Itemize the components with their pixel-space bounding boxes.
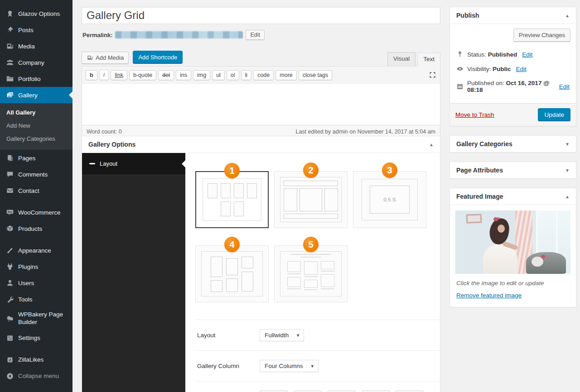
status-label: Status: [467,51,486,58]
tab-layout[interactable]: Layout [82,153,185,174]
qt-bold-button[interactable]: b [86,70,97,80]
update-button[interactable]: Update [538,108,570,121]
sidebar-item-label: Products [18,225,42,232]
qt-italic-button[interactable]: i [99,70,109,80]
sidebar-item-label: Media [18,43,35,50]
publish-metabox: Publish ▲ Preview Changes Status: Publis… [450,7,576,126]
qt-code-button[interactable]: code [253,70,274,80]
editor-textarea[interactable] [82,83,440,125]
permalink-edit-button[interactable]: Edit [246,30,265,40]
sidebar-item-label: Portfolio [18,76,41,82]
edit-page-sidebar: Publish ▲ Preview Changes Status: Publis… [450,7,576,316]
permalink-row: Permalink: Edit [82,29,440,41]
layout-field-label: Layout [197,332,260,339]
column-field-label: Gallery Column [197,363,260,369]
layout-option-3-half-slider[interactable]: 3 0.5 S [353,171,426,228]
collapse-up-icon[interactable]: ▲ [429,142,434,147]
media-icon [5,42,14,51]
layout-option-4-masonry[interactable]: 4 [195,245,269,302]
sidebar-item-media[interactable]: Media [0,38,72,54]
edit-published-link[interactable]: Edit [559,83,570,90]
collapse-up-icon[interactable]: ▲ [565,13,570,18]
qt-del-button[interactable]: del [158,70,174,80]
edit-status-link[interactable]: Edit [522,51,532,58]
layout-masonry-sketch [206,257,258,292]
visibility-row: Visibility: Public Edit [455,62,570,76]
badge-2: 2 [303,163,319,178]
main-content: Permalink: Edit Add Media Add Shortcode … [82,7,440,139]
qt-link-button[interactable]: link [111,70,127,80]
gallery-column-select[interactable]: Four Columns ▼ [260,360,319,372]
qt-ul-button[interactable]: ul [212,70,225,80]
submenu-item-all-gallery[interactable]: All Gallery [0,106,72,119]
layout-option-1-grid[interactable]: 1 [195,171,269,228]
sidebar-item-company[interactable]: Company [0,54,72,71]
sidebar-item-products[interactable]: Products [0,220,72,237]
svg-text:Woo: Woo [8,211,12,213]
sidebar-item-woocommerce[interactable]: Woo WooCommerce [0,204,72,220]
sidebar-item-appearance[interactable]: Appearance [0,242,72,258]
sidebar-item-portfolio[interactable]: Portfolio [0,71,72,87]
minus-icon [89,163,95,164]
collapse-down-icon[interactable]: ▼ [565,142,570,147]
layout-select[interactable]: Fullwidth ▼ [260,329,304,341]
layout-option-2-columns[interactable]: 2 [274,171,348,228]
add-media-button[interactable]: Add Media [82,52,129,64]
admin-sidebar: Glazov Options Posts Media Company Portf… [0,0,72,392]
tab-visual[interactable]: Visual [387,52,416,66]
sidebar-item-tools[interactable]: Tools [0,291,72,307]
svg-text:Z: Z [9,358,11,362]
pushpin-icon [5,25,14,34]
submenu-item-add-new[interactable]: Add New [0,119,72,132]
qt-blockquote-button[interactable]: b-quote [129,70,156,80]
preview-changes-button[interactable]: Preview Changes [513,29,570,42]
edit-visibility-link[interactable]: Edit [516,66,527,72]
qt-more-button[interactable]: more [276,70,296,80]
collapse-down-icon[interactable]: ▼ [565,168,570,173]
sidebar-item-wpbakery[interactable]: WPBakery Page Builder [0,307,72,330]
gallery-categories-header[interactable]: Gallery Categories ▼ [450,136,576,152]
featured-image-photo-bride-with-dog[interactable] [455,210,570,274]
gallery-submenu: All Gallery Add New Gallery Categories [0,103,72,150]
page-attributes-header[interactable]: Page Attributes ▼ [450,162,576,178]
sidebar-item-pages[interactable]: Pages [0,150,72,166]
featured-image-header[interactable]: Featured Image ▲ [450,188,576,205]
fullscreen-icon[interactable] [429,71,436,79]
post-title-input[interactable] [82,7,440,24]
gallery-options-header[interactable]: Gallery Options ▲ [82,136,440,153]
sidebar-item-comments[interactable]: Comments [0,166,72,182]
sidebar-item-gallery[interactable]: Gallery [0,87,72,103]
move-to-trash-link[interactable]: Move to Trash [455,111,494,118]
sidebar-item-collapse-menu[interactable]: Collapse menu [0,368,72,384]
sidebar-item-posts[interactable]: Posts [0,22,72,38]
wpbakery-icon [5,314,14,323]
sidebar-item-glazov-options[interactable]: Glazov Options [0,5,72,22]
medal-icon [5,9,14,18]
sidebar-item-settings[interactable]: Settings [0,330,72,346]
remove-featured-image-link[interactable]: Remove featured image [456,292,522,299]
featured-image-caption: Click the image to edit or update [456,280,570,287]
sidebar-item-plugins[interactable]: Plugins [0,258,72,275]
qt-img-button[interactable]: img [193,70,210,80]
sidebar-item-users[interactable]: Users [0,275,72,291]
sidebar-item-contact[interactable]: Contact [0,182,72,199]
qt-ins-button[interactable]: ins [176,70,191,80]
add-shortcode-button[interactable]: Add Shortcode [133,51,183,64]
eye-icon [456,65,464,72]
collapse-up-icon[interactable]: ▲ [565,194,570,199]
sidebar-item-zillalikes[interactable]: Z ZillaLikes [0,352,72,368]
qt-close-tags-button[interactable]: close tags [299,70,332,80]
portfolio-folder-icon [5,74,14,83]
qt-ol-button[interactable]: ol [227,70,239,80]
publish-header[interactable]: Publish ▲ [450,7,576,24]
visibility-label: Visibility: [467,66,491,72]
layout-col-sketch [324,188,338,211]
sidebar-item-label: Plugins [18,263,38,270]
qt-li-button[interactable]: li [241,70,252,80]
photo-wall-frame [466,214,482,223]
submenu-item-gallery-categories[interactable]: Gallery Categories [0,132,72,145]
tab-text[interactable]: Text [417,53,440,67]
editor-media-bar: Add Media Add Shortcode Visual Text [82,49,440,66]
layout-option-5-captioned[interactable]: 5 [274,245,348,302]
gallery-options-metabox: Gallery Options ▲ Layout 1 [82,136,440,392]
